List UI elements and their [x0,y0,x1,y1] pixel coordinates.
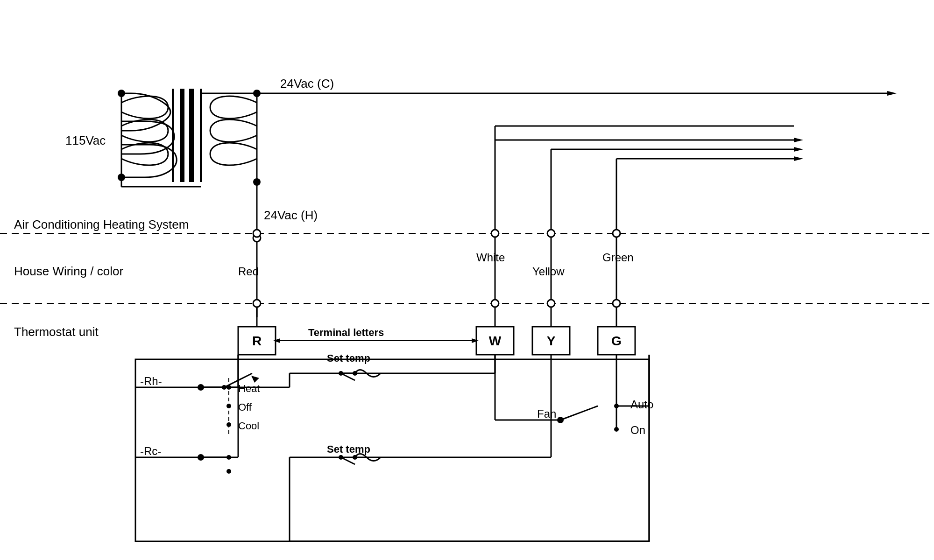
svg-point-76 [339,371,343,376]
svg-text:24Vac (H): 24Vac (H) [264,208,318,222]
svg-text:Cool: Cool [238,420,259,432]
svg-text:Y: Y [547,334,556,348]
svg-point-90 [339,455,343,460]
svg-text:Fan: Fan [537,407,556,420]
svg-line-75 [341,373,355,380]
svg-text:Off: Off [238,401,252,413]
svg-point-25 [491,230,499,237]
svg-text:Air Conditioning Heating Syste: Air Conditioning Heating System [14,217,189,231]
svg-text:R: R [252,334,262,348]
svg-point-21 [253,230,261,237]
svg-text:-Rh-: -Rh- [140,375,162,387]
svg-point-37 [613,300,620,307]
svg-text:-Rc-: -Rc- [140,445,161,457]
svg-point-32 [547,300,555,307]
svg-text:Auto: Auto [630,398,653,411]
diagram-container: R W Y G [0,0,934,560]
svg-text:White: White [476,251,505,264]
svg-point-27 [491,300,499,307]
svg-text:Terminal letters: Terminal letters [308,327,384,338]
svg-text:Set temp: Set temp [327,352,370,364]
svg-text:W: W [489,334,502,348]
svg-text:House Wiring / color: House Wiring / color [14,264,123,278]
svg-line-89 [341,457,355,464]
svg-text:Yellow: Yellow [532,265,565,278]
svg-text:115Vac: 115Vac [65,133,106,147]
svg-text:G: G [611,334,622,348]
svg-point-35 [613,230,620,237]
svg-text:On: On [630,424,645,436]
svg-point-22 [253,300,261,307]
svg-point-85 [226,469,231,474]
svg-marker-66 [251,376,259,383]
svg-point-30 [547,230,555,237]
svg-marker-40 [794,138,803,142]
svg-line-99 [560,406,598,420]
svg-text:24Vac (C): 24Vac (C) [280,77,334,91]
svg-text:Set temp: Set temp [327,443,370,455]
svg-text:Green: Green [602,251,634,264]
svg-text:Red: Red [238,265,259,278]
svg-marker-44 [794,156,803,161]
svg-text:Thermostat unit: Thermostat unit [14,325,99,339]
svg-marker-15 [887,91,897,96]
svg-marker-42 [794,147,803,152]
svg-text:Heat: Heat [238,383,260,394]
